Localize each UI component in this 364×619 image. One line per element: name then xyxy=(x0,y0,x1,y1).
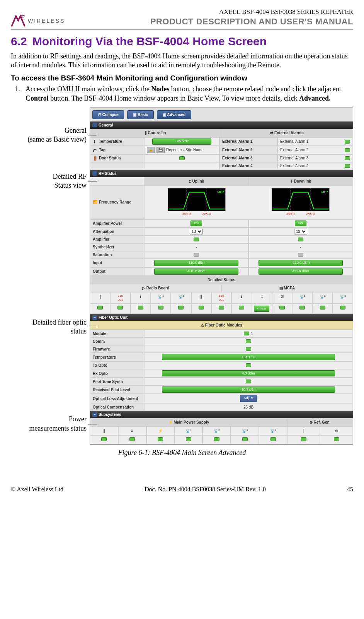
footer-docno: Doc. No. PN 4004 BSF0038 Series-UM Rev. … xyxy=(145,486,266,494)
status-dot-icon xyxy=(246,380,251,383)
advanced-tab[interactable]: ▣ Advanced xyxy=(157,110,191,119)
save-icon[interactable]: 💾 xyxy=(156,147,165,153)
svg-text:MHz: MHz xyxy=(321,190,328,193)
range-icon: 📶 xyxy=(93,200,97,204)
collapse-icon[interactable]: − xyxy=(92,315,97,320)
diagram-labels: General (same as Basic view) Detailed RF… xyxy=(11,108,87,445)
collapse-tab[interactable]: ⊟ Collapse xyxy=(92,110,124,119)
subhead: To access the BSF-3604 Main Monitoring a… xyxy=(11,74,353,83)
fiber-temp-label: Temperature xyxy=(90,353,144,361)
logo-text: WIRELESS xyxy=(28,17,65,24)
footer-page: 45 xyxy=(347,486,353,494)
uplink-plot: MHz 380.0385.0 xyxy=(145,186,248,219)
section-title-text: Monitoring Via the BSF-4004 Home Screen xyxy=(32,35,267,48)
step-body: Access the OMU II main windows, click th… xyxy=(26,85,353,103)
downlink-plot: MHz 390.0395.0 xyxy=(248,186,352,219)
adjust-button[interactable]: Adjust xyxy=(144,394,353,403)
view-tabs: ⊟ Collapse ▣ Basic ▣ Advanced xyxy=(90,108,353,121)
status-dot-icon xyxy=(345,164,350,168)
pilot-label: Pilot Tone Synth xyxy=(90,378,144,385)
module-value: 1 xyxy=(144,330,353,337)
temperature-label: 🌡Temperature xyxy=(90,137,144,146)
figure-caption: Figure 6-1: BSF-4004 Main Screen Advance… xyxy=(11,448,353,457)
svg-text:MHz: MHz xyxy=(217,190,225,193)
section-number: 6.2 xyxy=(11,35,27,48)
opt-comp-label: Optical Compensation xyxy=(90,403,144,411)
att-ul[interactable]: 13 xyxy=(144,227,248,236)
freq-label: 📶Frequency Range xyxy=(90,185,144,219)
door-label: 🚪Door Status xyxy=(90,154,144,162)
detailed-icons-row: ‖110001🌡📡¹📡² ‖110001🌡ᛞ⊠📡¹📡²📡³ xyxy=(90,292,353,304)
amp-power-dl[interactable]: ON xyxy=(248,219,353,227)
mcpa-head: ▤ MCPA xyxy=(221,284,353,292)
amp-power-label: Amplifier Power xyxy=(90,219,144,227)
opt-comp-value: 25 dB xyxy=(144,403,353,411)
att-dl[interactable]: 13 xyxy=(248,227,353,236)
status-dot-icon xyxy=(179,156,185,160)
ea4-label: External Alarm 4 xyxy=(219,162,277,170)
label-rf: Detailed RF Status view xyxy=(11,172,87,190)
ea3-label: External Alarm 3 xyxy=(219,154,277,162)
label-general: General (same as Basic view) xyxy=(11,126,87,144)
page-header: WIRELESS AXELL BSF-4004 BSF0038 SERIES R… xyxy=(11,8,353,30)
ea2-value: External Alarm 2 xyxy=(277,146,353,154)
firmware-label: Firmware xyxy=(90,345,144,353)
status-dot-icon xyxy=(246,363,251,367)
general-band[interactable]: − General xyxy=(90,121,353,129)
temperature-value: +45.5 °C xyxy=(144,137,219,146)
subsystems-band[interactable]: − Subsystems xyxy=(90,411,353,418)
ext-alarms-head: ⇄ External Alarms xyxy=(221,129,353,137)
basic-tab[interactable]: ▣ Basic xyxy=(127,110,153,119)
logo-mark-icon xyxy=(11,14,26,27)
logo: WIRELESS xyxy=(11,14,65,27)
diagram: General (same as Basic view) Detailed RF… xyxy=(11,108,353,445)
ea3-value: External Alarm 3 xyxy=(277,154,353,162)
ea2-label: External Alarm 2 xyxy=(219,146,277,154)
tag-value: 🔒 💾 Repeater - Site Name xyxy=(144,146,219,154)
header-right: AXELL BSF-4004 BSF0038 SERIES REPEATER P… xyxy=(150,8,353,27)
collapse-icon[interactable]: − xyxy=(92,123,97,127)
collapse-icon[interactable]: − xyxy=(92,412,97,417)
ea1-label: External Alarm 1 xyxy=(219,137,277,146)
section-title: 6.2Monitoring Via the BSF-4004 Home Scre… xyxy=(11,34,353,49)
door-icon: 🚪 xyxy=(93,156,97,161)
rx-opto-label: Rx Opto xyxy=(90,369,144,378)
label-power: Power measurements status xyxy=(11,415,87,433)
step-number: 1. xyxy=(11,85,20,103)
recv-pilot-label: Received Pilot Level xyxy=(90,385,144,394)
amplifier-label: Amplifier xyxy=(90,236,144,243)
detailed-status-head: Detailed Status xyxy=(90,276,353,284)
tag-label: 🏷Tag xyxy=(90,146,144,154)
status-dot-icon xyxy=(345,140,350,144)
screenshot-panel: ⊟ Collapse ▣ Basic ▣ Advanced − General … xyxy=(90,108,353,445)
downlink-head: ↧ Downlink xyxy=(248,177,353,185)
door-value xyxy=(144,154,219,162)
status-dot-icon xyxy=(194,238,199,241)
status-dot-icon xyxy=(194,253,199,257)
comm-label: Comm xyxy=(90,337,144,345)
ea4-value: External Alarm 4 xyxy=(277,162,353,170)
lock-icon[interactable]: 🔒 xyxy=(147,147,155,153)
sat-label: Saturation xyxy=(90,251,144,259)
collapse-icon[interactable]: − xyxy=(92,171,97,176)
status-dot-icon xyxy=(345,148,350,152)
fiber-band[interactable]: − Fiber Optic Unit xyxy=(90,314,353,321)
tx-opto-label: Tx Opto xyxy=(90,361,144,369)
status-dot-icon xyxy=(246,339,251,343)
att-label: Attenuation xyxy=(90,227,144,236)
amp-power-ul[interactable]: ON xyxy=(144,219,248,227)
intro-paragraph: In addition to RF settings and readings,… xyxy=(11,52,353,70)
header-product-line: AXELL BSF-4004 BSF0038 SERIES REPEATER xyxy=(150,8,353,16)
status-dot-icon xyxy=(298,238,303,241)
synth-label: Synthesizer xyxy=(90,243,144,251)
step-1: 1. Access the OMU II main windows, click… xyxy=(11,85,353,103)
detailed-dots-row: < dBm xyxy=(90,304,353,314)
tag-icon: 🏷 xyxy=(93,148,97,152)
status-dot-icon xyxy=(345,156,350,160)
rf-band[interactable]: − RF Status xyxy=(90,170,353,177)
status-dot-icon xyxy=(244,332,249,335)
controller-head: ‖ Controller xyxy=(90,129,221,137)
header-manual-line: PRODUCT DESCRIPTION AND USER'S MANUAL xyxy=(150,16,353,27)
main-ps-head: ⚡ Main Power Supply xyxy=(90,418,287,426)
output-label: Output xyxy=(90,267,144,276)
